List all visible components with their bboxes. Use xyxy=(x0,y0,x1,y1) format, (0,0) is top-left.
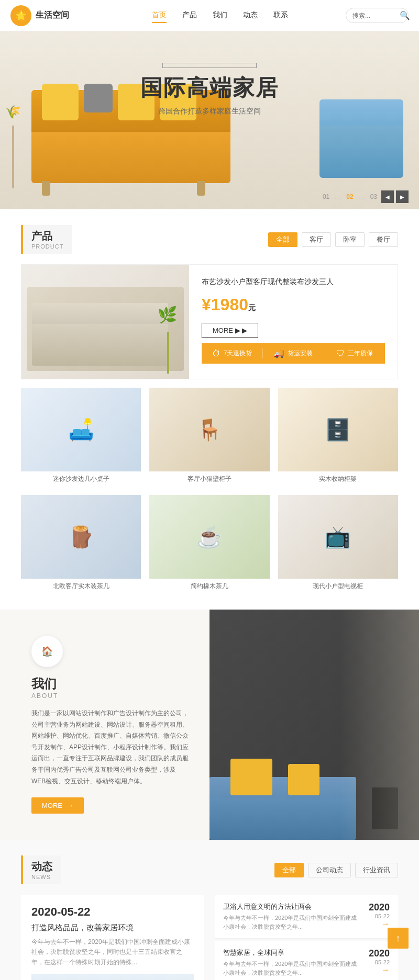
badge-warranty: 🛡 三年质保 xyxy=(324,348,385,358)
product-label-1: 迷你沙发边几小桌子 xyxy=(21,471,141,487)
filter-tab-dining[interactable]: 餐厅 xyxy=(369,232,398,247)
featured-more-button[interactable]: MORE ▶ xyxy=(202,323,258,338)
news-item-1-year: 2020 xyxy=(369,902,390,913)
product-card-1[interactable]: 🛋️ 迷你沙发边几小桌子 xyxy=(21,388,141,487)
news-item-1-date: 2020 05-22 → xyxy=(369,902,390,929)
news-filter-all[interactable]: 全部 xyxy=(274,863,304,877)
news-item-1-title: 卫浴人用意文明的方法让两会 xyxy=(223,902,362,911)
product-label-5: 简约橡木茶几 xyxy=(149,579,269,594)
hero-prev-button[interactable]: ◀ xyxy=(381,190,394,203)
logo-icon: 🌟 xyxy=(10,5,31,26)
badge-delivery: 🚚 货运安装 xyxy=(263,348,324,358)
hero-navigation: ◀ ▶ xyxy=(381,190,409,203)
nav-item-news[interactable]: 动态 xyxy=(243,8,258,23)
product-img-inner-4: 🪵 xyxy=(21,495,141,579)
news-main-image: 🪑 🪴 💡 xyxy=(31,974,194,980)
filter-tab-living[interactable]: 客厅 xyxy=(302,232,331,247)
product-img-inner-2: 🪑 xyxy=(149,388,269,471)
hero-text-area: 国际高端家居 跨国合作打造多样家庭生活空间 xyxy=(0,63,419,116)
news-main-title: 打造风格品品，改善家居环境 xyxy=(31,923,194,933)
hero-subtitle: 跨国合作打造多样家庭生活空间 xyxy=(0,107,419,116)
price-value: 1980 xyxy=(211,295,248,314)
plant-left: 🌾 xyxy=(5,105,21,188)
product-card-2[interactable]: 🪑 客厅小猫壁柜子 xyxy=(149,388,269,487)
featured-badges: ⏱ 7天退换货 🚚 货运安装 🛡 三年质保 xyxy=(202,343,385,364)
news-item-2-year: 2020 xyxy=(369,948,390,959)
news-item-2-content: 智慧家居，全球同享 今年与去年不一样，2020年是我们中国冲刺全面建成小康社会，… xyxy=(223,948,362,977)
search-input[interactable] xyxy=(352,12,400,19)
product-label-4: 北欧客厅实木装茶几 xyxy=(21,579,141,594)
news-item-2[interactable]: 智慧家居，全球同享 今年与去年不一样，2020年是我们中国冲刺全面建成小康社会，… xyxy=(215,941,398,980)
about-more-label: MORE xyxy=(42,802,62,809)
price-currency: ¥ xyxy=(202,295,211,314)
warranty-icon: 🛡 xyxy=(336,349,345,358)
about-sofa-body xyxy=(210,798,356,840)
news-main-excerpt: 今年与去年不一样，2020年是我们中国冲刺全面建成小康社会，决胜脱贫攻坚之年，同… xyxy=(31,937,194,967)
filter-tab-bedroom[interactable]: 卧室 xyxy=(335,232,365,247)
about-description: 我们是一家以网站设计制作和广告设计制作为主的公司，公司主营业务为网站建设、网站设… xyxy=(31,708,189,787)
about-icon-badge: 🏠 xyxy=(31,636,63,667)
indicator-2[interactable]: 02 xyxy=(346,193,353,200)
about-title-en: ABOUT xyxy=(31,692,189,700)
product-image-6: 📺 xyxy=(278,495,398,579)
search-icon[interactable]: 🔍 xyxy=(400,10,410,20)
news-item-1-content: 卫浴人用意文明的方法让两会 今年与去年不一样，2020年是我们中国冲刺全面建成小… xyxy=(223,902,362,931)
featured-product-info: 布艺沙发小户型客厅现代整装布沙发三人 ¥1980元 MORE ▶ ⏱ 7天退换货… xyxy=(189,265,398,379)
news-filter-industry[interactable]: 行业资讯 xyxy=(355,863,398,877)
featured-product-price: ¥1980元 xyxy=(202,295,385,314)
nav-item-product[interactable]: 产品 xyxy=(182,8,197,23)
product-card-5[interactable]: ☕ 简约橡木茶几 xyxy=(149,495,269,594)
news-header: 动态 NEWS 全部 公司动态 行业资讯 xyxy=(21,855,398,884)
product-image-2: 🪑 xyxy=(149,388,269,471)
nav-item-home[interactable]: 首页 xyxy=(152,8,167,23)
product-img-inner-1: 🛋️ xyxy=(21,388,141,471)
logo-area[interactable]: 🌟 生活空间 xyxy=(10,5,94,26)
news-item-2-arrow: → xyxy=(369,965,390,975)
scroll-to-top-button[interactable]: ↑ xyxy=(388,928,409,949)
about-title-zh: 我们 xyxy=(31,675,189,692)
indicator-3[interactable]: 03 xyxy=(370,193,377,200)
hero-border-decoration xyxy=(162,63,257,68)
product-card-6[interactable]: 📺 现代小户型电视柜 xyxy=(278,495,398,594)
logo-text: 生活空间 xyxy=(36,10,69,21)
nav-item-about[interactable]: 我们 xyxy=(213,8,227,23)
about-section: 🏠 我们 ABOUT 我们是一家以网站设计制作和广告设计制作为主的公司，公司主营… xyxy=(0,610,419,840)
badge-return: ⏱ 7天退换货 xyxy=(202,348,263,358)
news-main-card: 2020-05-22 打造风格品品，改善家居环境 今年与去年不一样，2020年是… xyxy=(21,895,204,980)
indicator-1[interactable]: 01 xyxy=(323,193,329,200)
fp-sofa-body xyxy=(32,324,168,366)
about-left-panel: 🏠 我们 ABOUT 我们是一家以网站设计制作和广告设计制作为主的公司，公司主营… xyxy=(0,610,210,840)
chair-body xyxy=(319,126,403,178)
filter-tab-all[interactable]: 全部 xyxy=(268,232,297,247)
fp-plant: 🌿 xyxy=(158,306,179,374)
about-more-arrow: → xyxy=(67,802,73,809)
sofa-legs xyxy=(42,181,205,196)
plant-stem-left xyxy=(12,126,14,188)
product-label-3: 实木收纳柜架 xyxy=(278,471,398,487)
product-card-3[interactable]: 🗄️ 实木收纳柜架 xyxy=(278,388,398,487)
news-item-2-title: 智慧家居，全球同享 xyxy=(223,948,362,958)
product-img-inner-3: 🗄️ xyxy=(278,388,398,471)
product-header: 产品 PRODUCT 全部 客厅 卧室 餐厅 xyxy=(21,225,398,254)
product-filter-tabs: 全部 客厅 卧室 餐厅 xyxy=(268,232,398,247)
fp-plant-top: 🌿 xyxy=(158,306,177,324)
news-filter-company[interactable]: 公司动态 xyxy=(308,863,351,877)
news-item-2-excerpt: 今年与去年不一样，2020年是我们中国冲刺全面建成小康社会，决胜脱贫攻坚之年..… xyxy=(223,960,362,977)
sofa-leg-left xyxy=(42,181,50,196)
product-card-4[interactable]: 🪵 北欧客厅实木装茶几 xyxy=(21,495,141,594)
about-right-panel xyxy=(210,610,419,840)
sofa-leg-right xyxy=(197,181,205,196)
badge-return-text: 7天退换货 xyxy=(224,349,252,358)
about-cushion-yellow-2 xyxy=(288,764,319,795)
news-right-list: 卫浴人用意文明的方法让两会 今年与去年不一样，2020年是我们中国冲刺全面建成小… xyxy=(215,895,398,980)
about-room-image xyxy=(210,610,419,840)
about-more-button[interactable]: MORE → xyxy=(31,797,84,814)
hero-next-button[interactable]: ▶ xyxy=(396,190,409,203)
news-item-1-arrow: → xyxy=(369,919,390,929)
nav-item-contact[interactable]: 联系 xyxy=(273,8,288,23)
about-badge-wrap: 🏠 xyxy=(31,636,63,675)
news-item-1[interactable]: 卫浴人用意文明的方法让两会 今年与去年不一样，2020年是我们中国冲刺全面建成小… xyxy=(215,895,398,939)
site-header: 🌟 生活空间 首页 产品 我们 动态 联系 🔍 xyxy=(0,0,419,31)
main-nav: 首页 产品 我们 动态 联系 xyxy=(94,8,346,23)
search-box[interactable]: 🔍 xyxy=(346,8,409,23)
